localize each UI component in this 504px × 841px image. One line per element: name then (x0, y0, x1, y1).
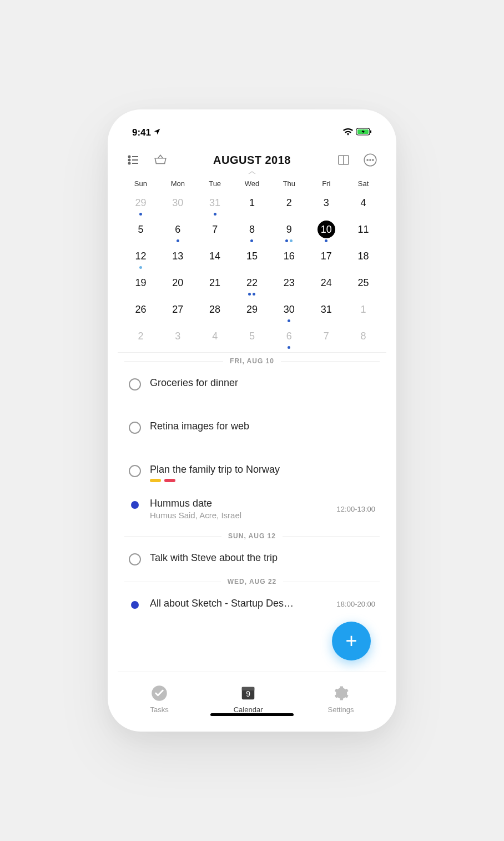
day-cell[interactable]: 24 (308, 272, 345, 293)
day-cell[interactable]: 6 (270, 326, 308, 347)
task-checkbox[interactable] (129, 378, 141, 391)
day-number: 25 (358, 277, 369, 289)
list-icon[interactable] (125, 152, 142, 168)
day-number: 30 (284, 304, 295, 316)
basket-icon[interactable] (152, 152, 169, 168)
tab-tasks[interactable]: Tasks (150, 685, 169, 714)
phone-frame: 9:41 (108, 109, 396, 732)
day-cell[interactable]: 20 (159, 272, 196, 293)
day-cell[interactable]: 17 (308, 246, 345, 267)
day-cell[interactable]: 10 (308, 219, 345, 240)
tab-settings-label: Settings (328, 705, 354, 714)
day-cell[interactable]: 8 (234, 219, 271, 240)
day-number: 11 (358, 224, 369, 236)
day-number: 20 (172, 277, 183, 289)
chevron-up-icon[interactable] (118, 169, 386, 177)
day-cell[interactable]: 30 (159, 192, 196, 213)
event-item[interactable]: Hummus dateHumus Said, Acre, Israel12:00… (118, 490, 386, 528)
day-cell[interactable]: 26 (122, 299, 159, 320)
day-cell[interactable]: 4 (345, 192, 382, 213)
agenda-list[interactable]: FRI, AUG 10Groceries for dinnerRetina im… (118, 352, 386, 722)
plus-icon: + (345, 629, 357, 653)
event-dots (139, 213, 142, 216)
item-time: 12:00-13:00 (337, 505, 375, 513)
event-dot-icon (131, 601, 139, 609)
agenda-section-label: SUN, AUG 12 (118, 528, 386, 544)
day-cell[interactable]: 12 (122, 246, 159, 267)
day-cell[interactable]: 3 (308, 192, 345, 213)
day-cell[interactable]: 28 (196, 299, 234, 320)
day-cell[interactable]: 2 (270, 192, 308, 213)
day-cell[interactable]: 8 (345, 326, 382, 347)
day-number: 21 (209, 277, 220, 289)
day-number: 15 (246, 251, 258, 262)
day-cell[interactable]: 31 (196, 192, 234, 213)
tag-pill (164, 479, 175, 482)
day-number: 4 (361, 197, 366, 209)
item-title: Retina images for web (150, 421, 375, 432)
day-number: 7 (212, 224, 218, 236)
day-cell[interactable]: 7 (308, 326, 345, 347)
day-number: 14 (209, 251, 220, 262)
day-cell[interactable]: 6 (159, 219, 196, 240)
day-cell[interactable]: 9 (270, 219, 308, 240)
task-item[interactable]: Talk with Steve about the trip (118, 544, 386, 573)
day-number: 22 (246, 277, 258, 289)
day-cell[interactable]: 4 (196, 326, 234, 347)
day-cell[interactable]: 23 (270, 272, 308, 293)
task-checkbox[interactable] (129, 465, 141, 477)
weekday-label: Tue (196, 179, 234, 188)
day-cell[interactable]: 31 (308, 299, 345, 320)
day-cell[interactable]: 14 (196, 246, 234, 267)
day-cell[interactable]: 15 (234, 246, 271, 267)
day-number: 8 (361, 331, 366, 342)
day-cell[interactable]: 18 (345, 246, 382, 267)
tab-calendar[interactable]: 9 Calendar (234, 685, 263, 714)
event-dots (139, 266, 142, 269)
day-cell[interactable]: 2 (122, 326, 159, 347)
day-cell[interactable]: 5 (234, 326, 271, 347)
home-indicator[interactable] (210, 713, 294, 716)
day-cell[interactable]: 19 (122, 272, 159, 293)
more-icon[interactable] (362, 152, 379, 168)
event-dots (177, 239, 179, 242)
check-circle-icon (151, 685, 168, 703)
day-number: 17 (321, 251, 332, 262)
svg-point-5 (129, 163, 130, 164)
task-item[interactable]: Groceries for dinner (118, 369, 386, 398)
month-title[interactable]: AUGUST 2018 (213, 154, 291, 167)
add-button[interactable]: + (332, 622, 371, 660)
svg-point-3 (129, 156, 130, 158)
day-cell[interactable]: 29 (234, 299, 271, 320)
book-icon[interactable] (335, 152, 352, 168)
day-number: 19 (135, 277, 146, 289)
tab-calendar-label: Calendar (234, 705, 263, 714)
event-item[interactable]: All about Sketch - Startup Des…18:00-20:… (118, 590, 386, 617)
day-cell[interactable]: 5 (122, 219, 159, 240)
task-item[interactable]: Plan the family trip to Norway (118, 456, 386, 490)
task-checkbox[interactable] (129, 553, 141, 565)
day-cell[interactable]: 27 (159, 299, 196, 320)
day-cell[interactable]: 13 (159, 246, 196, 267)
day-cell[interactable]: 25 (345, 272, 382, 293)
tab-settings[interactable]: Settings (328, 685, 354, 714)
day-cell[interactable]: 1 (345, 299, 382, 320)
day-cell[interactable]: 11 (345, 219, 382, 240)
day-number: 5 (138, 224, 143, 236)
day-cell[interactable]: 21 (196, 272, 234, 293)
task-item[interactable]: Retina images for web (118, 413, 386, 442)
day-number: 18 (358, 251, 369, 262)
day-cell[interactable]: 1 (234, 192, 271, 213)
day-cell[interactable]: 22 (234, 272, 271, 293)
day-cell[interactable]: 16 (270, 246, 308, 267)
day-cell[interactable]: 3 (159, 326, 196, 347)
weekday-label: Sat (345, 179, 382, 188)
task-checkbox[interactable] (129, 422, 141, 434)
day-number: 4 (212, 331, 218, 342)
day-cell[interactable]: 29 (122, 192, 159, 213)
day-cell[interactable]: 7 (196, 219, 234, 240)
day-cell[interactable]: 30 (270, 299, 308, 320)
item-body: Plan the family trip to Norway (150, 464, 375, 482)
day-number: 2 (286, 197, 292, 209)
event-dots (285, 239, 293, 242)
